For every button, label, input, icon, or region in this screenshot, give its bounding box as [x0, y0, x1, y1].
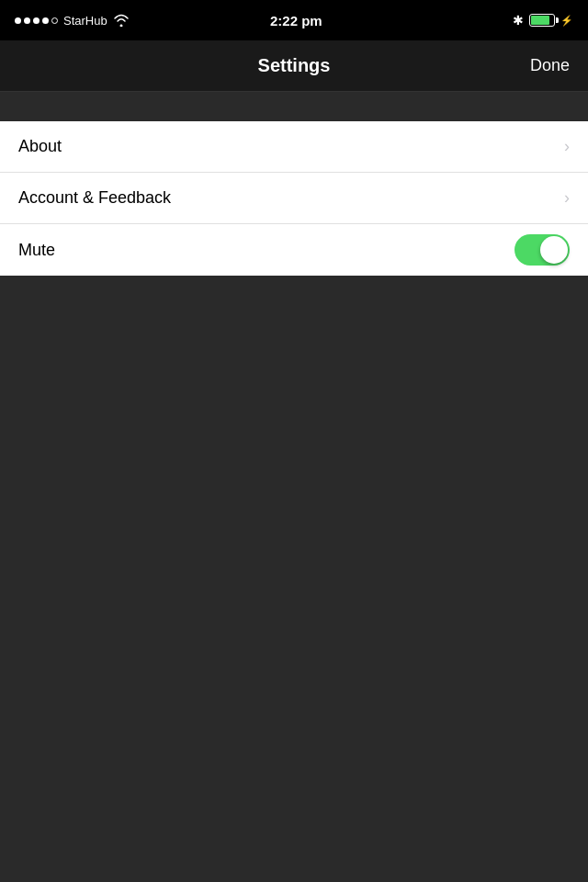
signal-dot-1 [15, 17, 21, 24]
dark-spacer [0, 92, 588, 121]
charging-icon: ⚡ [560, 15, 573, 27]
settings-list: About › Account & Feedback › Mute [0, 121, 588, 276]
status-right: ✱ ⚡ [463, 13, 573, 28]
signal-dot-3 [33, 17, 40, 24]
nav-bar: Settings Done [0, 40, 588, 92]
carrier-name: StarHub [63, 14, 107, 28]
account-feedback-chevron-icon: › [564, 188, 570, 208]
status-time: 2:22 pm [130, 13, 463, 28]
about-label: About [18, 137, 62, 156]
signal-dots [15, 17, 58, 24]
battery-container [529, 14, 555, 27]
account-feedback-label: Account & Feedback [18, 188, 171, 208]
signal-dot-4 [42, 17, 49, 24]
signal-dot-2 [24, 17, 30, 24]
done-button[interactable]: Done [514, 49, 570, 83]
battery-fill [531, 16, 549, 25]
mute-toggle-thumb [540, 236, 568, 264]
status-left: StarHub [15, 14, 130, 28]
wifi-icon [113, 14, 130, 27]
nav-title: Settings [74, 55, 514, 76]
mute-label: Mute [18, 241, 55, 260]
settings-item-account-feedback[interactable]: Account & Feedback › [0, 173, 588, 224]
bluetooth-icon: ✱ [513, 13, 524, 28]
battery-icon [529, 14, 555, 27]
settings-item-about[interactable]: About › [0, 121, 588, 173]
mute-toggle[interactable] [514, 234, 570, 266]
bottom-dark-area [0, 276, 588, 882]
mute-toggle-track [514, 234, 570, 266]
signal-dot-5 [51, 17, 58, 24]
about-chevron-icon: › [564, 137, 570, 156]
status-bar: StarHub 2:22 pm ✱ ⚡ [0, 0, 588, 40]
settings-item-mute[interactable]: Mute [0, 224, 588, 276]
